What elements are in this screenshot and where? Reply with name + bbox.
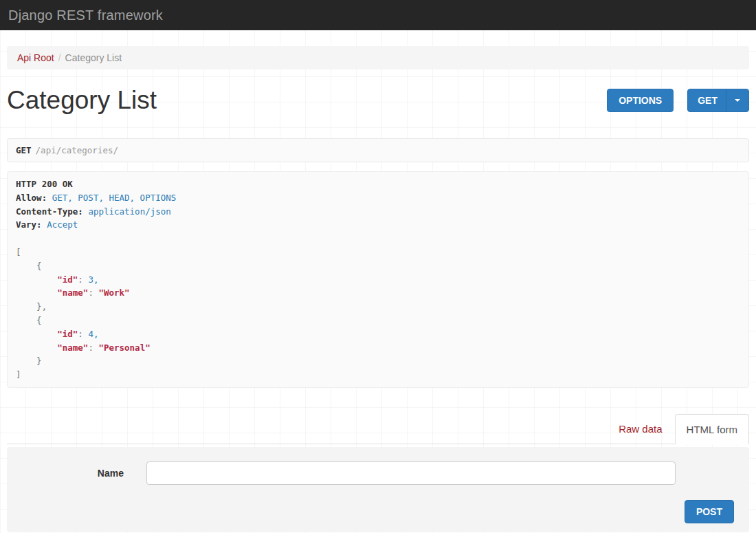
main-container: Api Root/Category List Category List OPT… bbox=[0, 46, 756, 532]
name-label: Name bbox=[7, 468, 124, 479]
tab-html-form[interactable]: HTML form bbox=[675, 414, 749, 444]
name-input[interactable] bbox=[146, 461, 676, 485]
action-buttons: OPTIONSGET bbox=[607, 89, 749, 112]
options-button[interactable]: OPTIONS bbox=[607, 89, 674, 112]
form-row: Name bbox=[7, 447, 749, 485]
app-title[interactable]: Django REST framework bbox=[8, 8, 163, 23]
page-header: Category List OPTIONSGET bbox=[7, 80, 749, 120]
post-button[interactable]: POST bbox=[685, 500, 734, 523]
breadcrumb-link-api-root[interactable]: Api Root bbox=[17, 52, 54, 63]
request-bar: GET/api/categories/ bbox=[7, 138, 749, 162]
page-title: Category List bbox=[7, 86, 157, 115]
get-dropdown-toggle[interactable] bbox=[726, 89, 748, 111]
request-method: GET bbox=[16, 145, 32, 155]
navbar: Django REST framework bbox=[0, 0, 756, 30]
get-button[interactable]: GET bbox=[687, 89, 749, 112]
tab-raw-data[interactable]: Raw data bbox=[606, 414, 674, 444]
caret-down-icon bbox=[735, 99, 740, 102]
breadcrumb-separator: / bbox=[58, 52, 61, 63]
form-panel: Name POST bbox=[7, 447, 749, 532]
tabs-row: Raw data HTML form bbox=[7, 414, 749, 444]
breadcrumb: Api Root/Category List bbox=[7, 46, 749, 69]
request-path: /api/categories/ bbox=[36, 145, 118, 155]
breadcrumb-current: Category List bbox=[65, 52, 122, 63]
response-panel: HTTP 200 OK Allow: GET, POST, HEAD, OPTI… bbox=[7, 171, 749, 388]
get-button-label[interactable]: GET bbox=[688, 95, 726, 106]
response-body: HTTP 200 OK Allow: GET, POST, HEAD, OPTI… bbox=[16, 177, 740, 382]
